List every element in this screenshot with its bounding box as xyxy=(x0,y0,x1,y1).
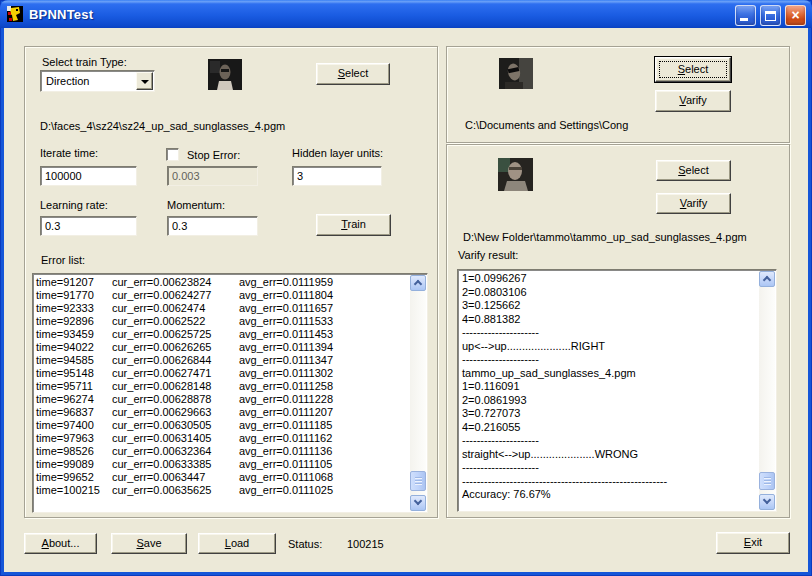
train-button[interactable]: Train xyxy=(316,214,391,236)
error-list-label: Error list: xyxy=(41,254,85,266)
varify-result-label: Varify result: xyxy=(458,249,518,261)
error-line: time=99089cur_err=0.00633385avg_err=0.01… xyxy=(36,458,410,471)
about-button[interactable]: About... xyxy=(24,533,97,554)
learning-rate-field[interactable]: 0.3 xyxy=(40,216,137,236)
varify-scroll-thumb[interactable] xyxy=(759,472,775,490)
hidden-units-label: Hidden layer units: xyxy=(292,147,383,159)
verify2-select-button[interactable]: Select xyxy=(656,160,731,181)
error-line: time=96274cur_err=0.00628878avg_err=0.01… xyxy=(36,393,410,406)
error-line: time=99652cur_err=0.0063447avg_err=0.011… xyxy=(36,471,410,484)
verify2-path: D:\New Folder\tammo\tammo_up_sad_sunglas… xyxy=(463,231,747,243)
momentum-field[interactable]: 0.3 xyxy=(167,216,258,236)
status-value: 100215 xyxy=(347,538,384,550)
dropdown-arrow-icon xyxy=(141,80,149,84)
maximize-button[interactable] xyxy=(760,5,781,26)
minimize-icon xyxy=(740,18,748,21)
status-label: Status: xyxy=(288,538,322,550)
error-line: time=98526cur_err=0.00632364avg_err=0.01… xyxy=(36,445,410,458)
error-list-scroll-thumb[interactable] xyxy=(410,471,426,491)
verify2-varify-button[interactable]: Varify xyxy=(656,193,731,214)
train-type-label: Select train Type: xyxy=(42,56,127,68)
varify-result-scrollbar[interactable] xyxy=(759,271,775,510)
verify1-path: C:\Documents and Settings\Cong xyxy=(465,119,628,131)
stop-error-label: Stop Error: xyxy=(187,149,240,161)
error-line: time=96837cur_err=0.00629663avg_err=0.01… xyxy=(36,406,410,419)
error-list-content: time=91207cur_err=0.00623824avg_err=0.01… xyxy=(36,276,410,497)
app-icon xyxy=(7,6,23,22)
error-line: time=100215cur_err=0.00635625avg_err=0.0… xyxy=(36,484,410,497)
app-window: BPNNTest × Select train Type: Direction … xyxy=(0,0,812,576)
stop-error-checkbox[interactable] xyxy=(166,148,179,161)
hidden-units-field[interactable]: 3 xyxy=(292,166,382,186)
close-button[interactable]: × xyxy=(785,5,806,26)
scroll-up-icon[interactable] xyxy=(410,275,426,291)
error-line: time=92896cur_err=0.0062522avg_err=0.011… xyxy=(36,315,410,328)
save-button[interactable]: Save xyxy=(111,533,187,554)
varify-result-box[interactable]: 1=0.0996267 2=0.0803106 3=0.125662 4=0.8… xyxy=(457,269,777,512)
train-type-dropdown[interactable]: Direction xyxy=(40,70,155,92)
verify1-varify-button[interactable]: Varify xyxy=(655,90,731,112)
verify1-select-button[interactable]: Select xyxy=(654,56,732,83)
error-line: time=97963cur_err=0.00631405avg_err=0.01… xyxy=(36,432,410,445)
maximize-icon xyxy=(765,11,776,21)
error-line: time=94022cur_err=0.00626265avg_err=0.01… xyxy=(36,341,410,354)
train-image-path: D:\faces_4\sz24\sz24_up_sad_sunglasses_4… xyxy=(40,120,285,132)
train-image-thumbnail xyxy=(208,59,242,90)
error-line: time=92333cur_err=0.0062474avg_err=0.011… xyxy=(36,302,410,315)
error-line: time=97400cur_err=0.00630505avg_err=0.01… xyxy=(36,419,410,432)
varify-result-content: 1=0.0996267 2=0.0803106 3=0.125662 4=0.8… xyxy=(462,272,667,502)
error-line: time=95711cur_err=0.00628148avg_err=0.01… xyxy=(36,380,410,393)
close-icon: × xyxy=(786,7,805,24)
dropdown-button[interactable] xyxy=(136,72,153,90)
exit-button[interactable]: Exit xyxy=(716,532,790,554)
error-line: time=94585cur_err=0.00626844avg_err=0.01… xyxy=(36,354,410,367)
error-line: time=91770cur_err=0.00624277avg_err=0.01… xyxy=(36,289,410,302)
window-title: BPNNTest xyxy=(29,7,93,22)
error-list-scrollbar[interactable] xyxy=(410,275,426,511)
train-select-button[interactable]: Select xyxy=(316,63,390,85)
title-bar[interactable]: BPNNTest × xyxy=(0,0,812,28)
verify-image-thumbnail-2 xyxy=(498,158,533,191)
iterate-time-field[interactable]: 100000 xyxy=(40,166,137,186)
momentum-label: Momentum: xyxy=(167,199,225,211)
error-line: time=93459cur_err=0.00625725avg_err=0.01… xyxy=(36,328,410,341)
scroll-down-icon[interactable] xyxy=(410,495,426,511)
learning-rate-label: Learning rate: xyxy=(40,199,108,211)
minimize-button[interactable] xyxy=(735,5,756,26)
stop-error-field[interactable]: 0.003 xyxy=(167,166,258,186)
scroll-down-icon[interactable] xyxy=(759,494,775,510)
scroll-up-icon[interactable] xyxy=(759,271,775,287)
load-button[interactable]: Load xyxy=(198,533,276,554)
error-list-box[interactable]: time=91207cur_err=0.00623824avg_err=0.01… xyxy=(32,273,428,513)
iterate-time-label: Iterate time: xyxy=(40,147,98,159)
error-line: time=91207cur_err=0.00623824avg_err=0.01… xyxy=(36,276,410,289)
verify-image-thumbnail-1 xyxy=(499,58,533,89)
error-line: time=95148cur_err=0.00627471avg_err=0.01… xyxy=(36,367,410,380)
